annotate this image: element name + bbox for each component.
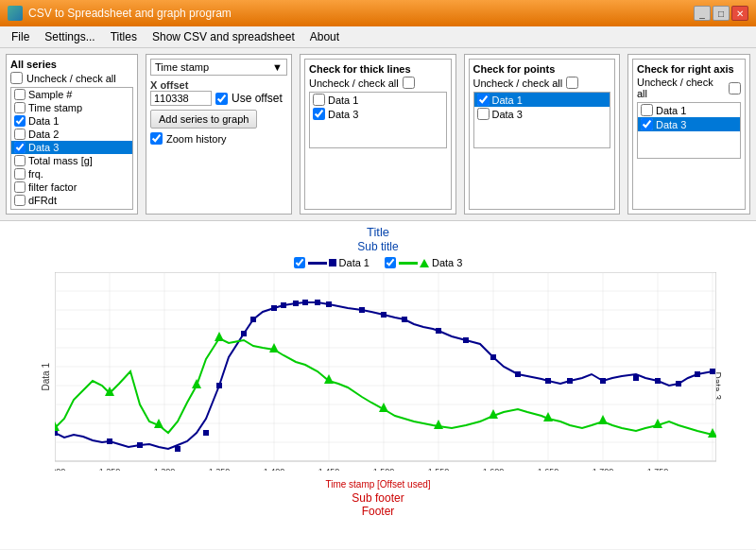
series-list[interactable]: Sample # Time stamp Data 1 Data 2 Data 3 <box>10 87 133 210</box>
main-content: All series Uncheck / check all Sample # … <box>0 48 756 549</box>
app-icon <box>8 6 23 21</box>
offset-label: X offset <box>150 79 287 91</box>
svg-rect-65 <box>293 301 299 306</box>
zoom-checkbox[interactable] <box>150 132 163 145</box>
series-cb-totalmass[interactable] <box>14 155 26 166</box>
graph-title[interactable]: Title <box>367 225 389 239</box>
series-cb-data1[interactable] <box>14 115 26 127</box>
title-bar-controls[interactable]: _ □ ✕ <box>694 6 748 21</box>
points-cb-data3[interactable] <box>477 108 490 120</box>
series-item-data3[interactable]: Data 3 <box>11 141 132 154</box>
series-cb-data3[interactable] <box>14 142 26 153</box>
title-bar-title: CSV to Spreadsheet and graph program <box>28 7 232 20</box>
series-item-dfrdt[interactable]: dFRdt <box>11 194 132 207</box>
svg-text:1,650: 1,650 <box>538 467 559 471</box>
series-label-totalmass: Total mass [g] <box>28 155 93 166</box>
points-title: Check for points <box>473 63 611 75</box>
x-axis-label: Time stamp [Offset used] <box>325 479 430 490</box>
series-item-filter[interactable]: filter factor <box>11 180 132 194</box>
legend-cb-data1[interactable] <box>294 257 305 268</box>
series-item-totalmass[interactable]: Total mass [g] <box>11 154 132 167</box>
points-data3[interactable]: Data 3 <box>474 107 610 121</box>
all-series-title: All series <box>10 59 133 70</box>
menu-bar: File Settings... Titles Show CSV and spr… <box>0 26 756 48</box>
svg-text:1,400: 1,400 <box>264 467 285 471</box>
top-panel: All series Uncheck / check all Sample # … <box>0 48 756 221</box>
right-axis-title: Check for right axis <box>637 63 741 75</box>
svg-rect-81 <box>676 381 681 387</box>
maximize-button[interactable]: □ <box>713 6 730 21</box>
menu-about[interactable]: About <box>302 28 347 45</box>
chart-svg: 0.828 0.830 0.832 0.834 0.836 0.838 0.84… <box>55 272 716 471</box>
thick-lines-data3[interactable]: Data 3 <box>310 107 446 121</box>
svg-rect-80 <box>655 378 661 384</box>
svg-text:1,550: 1,550 <box>428 467 450 471</box>
svg-rect-70 <box>381 312 387 318</box>
series-cb-frq[interactable] <box>14 168 26 180</box>
thick-lines-data1[interactable]: Data 1 <box>310 93 446 107</box>
series-label-sample: Sample # <box>28 89 72 100</box>
svg-rect-66 <box>302 300 308 305</box>
svg-text:1,200: 1,200 <box>55 467 65 471</box>
points-data1[interactable]: Data 1 <box>474 93 610 107</box>
series-cb-data2[interactable] <box>14 129 26 140</box>
thick-lines-uncheck-row: Uncheck / check all <box>309 77 447 89</box>
svg-rect-79 <box>633 375 639 381</box>
svg-rect-57 <box>137 442 143 448</box>
series-item-frq[interactable]: frq. <box>11 167 132 180</box>
thick-lines-uncheck-cb[interactable] <box>403 77 415 89</box>
series-item-data2[interactable]: Data 2 <box>11 128 132 141</box>
all-series-uncheck-row: Uncheck / check all <box>10 72 133 84</box>
right-axis-list[interactable]: Data 1 Data 3 <box>637 102 741 159</box>
close-button[interactable]: ✕ <box>731 6 748 21</box>
footer: Footer <box>362 505 395 518</box>
menu-file[interactable]: File <box>4 28 37 45</box>
use-offset-checkbox[interactable] <box>215 93 228 105</box>
y-left-label: Data 1 <box>41 372 51 391</box>
title-bar-left: CSV to Spreadsheet and graph program <box>8 6 232 21</box>
zoom-label: Zoom history <box>166 133 227 145</box>
series-cb-filter[interactable] <box>14 181 26 193</box>
points-uncheck-cb[interactable] <box>566 77 578 89</box>
use-offset-label: Use offset <box>232 92 283 105</box>
points-inner: Check for points Uncheck / check all Dat… <box>469 59 616 210</box>
all-series-uncheck-checkbox[interactable] <box>10 72 23 84</box>
menu-settings[interactable]: Settings... <box>37 28 102 45</box>
thick-lines-title: Check for thick lines <box>309 63 447 75</box>
series-item-sample[interactable]: Sample # <box>11 88 132 101</box>
series-cb-timestamp[interactable] <box>14 102 26 113</box>
offset-input[interactable] <box>150 91 212 106</box>
right-cb-data1[interactable] <box>641 104 653 116</box>
menu-titles[interactable]: Titles <box>103 28 145 45</box>
points-label-data3: Data 3 <box>492 109 523 120</box>
right-label-data1: Data 1 <box>656 105 686 116</box>
series-item-data1[interactable]: Data 1 <box>11 114 132 128</box>
svg-rect-83 <box>710 369 715 374</box>
menu-show-csv[interactable]: Show CSV and spreadsheet <box>145 28 302 45</box>
thick-cb-data1[interactable] <box>313 94 325 106</box>
xaxis-dropdown[interactable]: Time stamp ▼ <box>150 59 287 76</box>
all-series-panel: All series Uncheck / check all Sample # … <box>6 54 138 215</box>
right-axis-inner: Check for right axis Uncheck / check all… <box>632 59 746 210</box>
add-series-button[interactable]: Add series to graph <box>150 110 257 129</box>
points-cb-data1[interactable] <box>477 94 490 106</box>
svg-rect-71 <box>402 317 407 322</box>
thick-lines-list[interactable]: Data 1 Data 3 <box>309 92 447 148</box>
right-axis-uncheck-cb[interactable] <box>729 82 741 95</box>
minimize-button[interactable]: _ <box>694 6 711 21</box>
graph-subtitle[interactable]: Sub title <box>357 240 398 253</box>
svg-rect-63 <box>271 305 277 311</box>
svg-rect-78 <box>600 378 606 384</box>
right-cb-data3[interactable] <box>641 118 653 130</box>
series-cb-dfrdt[interactable] <box>14 195 26 206</box>
title-bar: CSV to Spreadsheet and graph program _ □… <box>0 0 756 26</box>
series-item-timestamp[interactable]: Time stamp <box>11 101 132 114</box>
legend-label-data1: Data 1 <box>339 257 369 268</box>
legend-cb-data3[interactable] <box>385 257 396 268</box>
thick-cb-data3[interactable] <box>313 108 325 120</box>
points-list[interactable]: Data 1 Data 3 <box>473 92 611 148</box>
right-axis-data1[interactable]: Data 1 <box>638 103 740 117</box>
svg-text:1,350: 1,350 <box>209 467 231 471</box>
series-cb-sample[interactable] <box>14 89 26 100</box>
right-axis-data3[interactable]: Data 3 <box>638 117 740 131</box>
